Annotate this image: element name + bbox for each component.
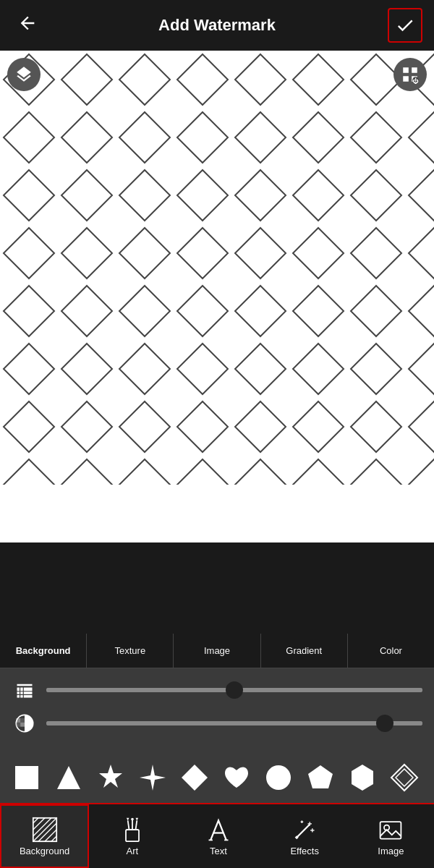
svg-rect-5 (16, 718, 20, 723)
svg-rect-6 (16, 723, 20, 727)
nav-image-label: Image (378, 846, 404, 856)
svg-marker-13 (182, 765, 208, 791)
svg-point-14 (266, 765, 291, 790)
page-title: Add Watermark (158, 16, 276, 35)
opacity-slider-thumb[interactable] (376, 715, 393, 732)
svg-marker-33 (135, 817, 138, 820)
nav-art[interactable]: Art (89, 804, 175, 868)
canvas-area: ⏻ (0, 51, 434, 542)
diamond-pattern (0, 51, 434, 485)
confirm-button[interactable] (388, 8, 422, 43)
svg-marker-12 (140, 765, 166, 791)
opacity-slider-track[interactable] (46, 721, 422, 726)
svg-line-26 (51, 836, 56, 841)
grid-toggle-button[interactable]: ⏻ (393, 58, 427, 91)
shape-star6[interactable] (93, 760, 129, 796)
svg-rect-1 (0, 51, 434, 485)
svg-marker-31 (127, 817, 129, 820)
layers-button[interactable] (7, 58, 41, 91)
nav-text[interactable]: Text (175, 804, 261, 868)
opacity-icon (12, 710, 38, 736)
shapes-section (0, 752, 434, 803)
shape-hexagon[interactable] (344, 760, 380, 796)
svg-rect-45 (380, 822, 401, 838)
tab-background[interactable]: Background (0, 634, 87, 668)
nav-text-label: Text (210, 846, 227, 856)
svg-line-30 (135, 820, 137, 830)
svg-line-37 (297, 824, 310, 837)
svg-rect-27 (126, 830, 139, 841)
size-slider-track[interactable] (46, 688, 422, 692)
svg-line-25 (45, 830, 56, 841)
svg-text:⏻: ⏻ (413, 77, 419, 84)
canvas-empty-area (0, 485, 434, 542)
shape-pentagon[interactable] (302, 760, 339, 796)
shape-heart[interactable] (218, 760, 255, 796)
svg-line-28 (127, 820, 129, 830)
tab-gradient[interactable]: Gradient (261, 634, 348, 668)
shape-triangle[interactable] (51, 760, 87, 796)
nav-background-label: Background (20, 846, 69, 856)
nav-effects-label: Effects (290, 846, 319, 856)
svg-marker-16 (352, 765, 373, 791)
opacity-slider-row (12, 710, 422, 736)
svg-line-20 (33, 817, 38, 822)
svg-rect-8 (20, 723, 25, 727)
svg-rect-7 (20, 718, 25, 723)
svg-marker-10 (57, 766, 80, 789)
svg-marker-15 (308, 765, 333, 788)
svg-line-21 (33, 817, 44, 829)
shape-diamond-pattern[interactable] (386, 760, 422, 796)
svg-line-23 (33, 817, 56, 841)
nav-effects[interactable]: Effects (262, 804, 348, 868)
svg-point-32 (131, 817, 134, 820)
tab-texture[interactable]: Texture (87, 634, 174, 668)
nav-image[interactable]: Image (348, 804, 434, 868)
size-icon (12, 677, 38, 703)
nav-background[interactable]: Background (0, 804, 89, 868)
bottom-panel: Background Texture Image Gradient Color (0, 634, 434, 868)
nav-art-label: Art (126, 846, 138, 856)
tab-image[interactable]: Image (174, 634, 260, 668)
back-button[interactable] (12, 7, 43, 44)
bottom-nav: Background Art (0, 803, 434, 868)
shape-star4[interactable] (135, 760, 171, 796)
sliders-section (0, 668, 434, 752)
header: Add Watermark (0, 0, 434, 51)
tab-color[interactable]: Color (348, 634, 434, 668)
size-slider-thumb[interactable] (226, 681, 243, 699)
svg-marker-11 (99, 765, 122, 788)
shape-circle[interactable] (260, 760, 297, 796)
size-slider-row (12, 677, 422, 703)
svg-rect-9 (15, 766, 38, 789)
shape-diamond[interactable] (176, 760, 213, 796)
tab-bar: Background Texture Image Gradient Color (0, 634, 434, 668)
shape-square[interactable] (9, 760, 45, 796)
